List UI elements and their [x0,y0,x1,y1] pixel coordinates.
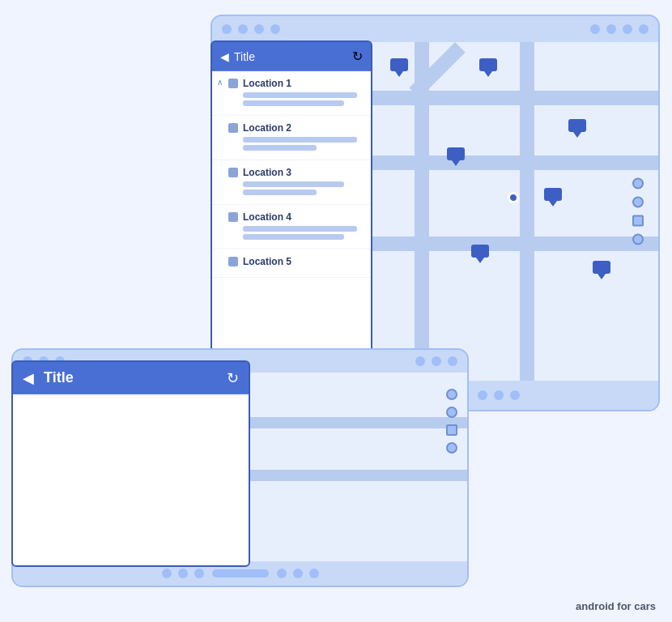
map-pin-6 [471,245,489,263]
ctrl-dot-1 [632,178,644,190]
map-pin-2 [479,58,497,77]
back-list-item-3[interactable]: Location 3 [212,160,371,205]
back-panel-list: ∧ Location 1 Location 2 Location 3 [212,71,371,355]
watermark-brand: android [576,600,615,612]
chrome-dot-3 [254,24,264,34]
item-bar-1b [243,100,344,106]
bottom-dots-right [478,390,520,400]
front-bottom-dot-5 [293,569,303,578]
pin-tail-3 [573,132,581,138]
bottom-dot-4 [478,390,487,400]
front-ctrl-dot-2 [446,407,457,418]
item-title-1: Location 1 [243,78,291,89]
item-header-1: Location 1 [228,78,363,89]
front-chrome-dot-5 [432,356,441,366]
pin-box-7 [593,261,610,274]
item-bar-1a [243,92,357,98]
ctrl-dot-2 [632,197,644,208]
back-list-item-4[interactable]: Location 4 [212,205,371,249]
map-pin-7 [593,261,610,279]
back-panel-title: Title [234,50,255,63]
front-panel-header: ◀ Title ↻ [13,362,249,394]
back-list-item-5[interactable]: Location 5 [212,249,371,278]
item-bar-3a [243,181,344,187]
item-checkbox-1[interactable] [228,79,238,88]
item-checkbox-5[interactable] [228,257,238,266]
item-checkbox-4[interactable] [228,212,238,222]
back-panel-header: ◀ Title ↻ [212,42,371,71]
front-bottom-dots-left [162,569,204,578]
back-list-item-2[interactable]: Location 2 [212,116,371,160]
front-panel-list: ∧ Location 1 Location 2 ∨ Location 3 [13,394,249,565]
front-panel-back-btn[interactable]: ◀ Title [23,369,74,387]
front-panel-title: Title [44,369,74,386]
back-card-chrome [212,16,658,42]
front-bottom-dot-6 [309,569,319,578]
item-title-3: Location 3 [243,167,291,178]
map-pin-5 [544,188,562,207]
item-header-2: Location 2 [228,122,363,134]
watermark-suffix: for cars [615,600,656,612]
back-side-panel: ◀ Title ↻ ∧ Location 1 Location 2 [211,40,372,356]
front-bottom-dot-3 [194,569,204,578]
front-side-panel: ◀ Title ↻ ∧ Location 1 Location 2 [11,360,250,567]
front-chrome-dot-4 [415,356,425,366]
front-chrome-dot-6 [448,356,457,366]
back-arrow-icon: ◀ [220,50,229,63]
map-pin-3 [568,119,586,138]
map-circle-1 [508,192,519,203]
pin-tail-2 [484,71,492,77]
item-header-4: Location 4 [228,211,363,223]
pin-box-4 [447,147,465,160]
collapse-icon-1: ∧ [217,78,223,87]
chrome-dots-left [222,24,280,34]
item-bar-4b [243,234,344,240]
pin-tail-5 [549,201,557,207]
back-list-item-1[interactable]: ∧ Location 1 [212,71,371,116]
pin-tail-4 [452,160,460,166]
chrome-dot-8 [639,24,649,34]
bottom-dot-5 [494,390,504,400]
chrome-dot-1 [222,24,232,34]
item-checkbox-2[interactable] [228,123,238,133]
item-header-3: Location 3 [228,167,363,178]
pin-box-6 [471,245,489,258]
front-panel-refresh-btn[interactable]: ↻ [227,369,239,387]
front-ctrl-square-1 [446,424,457,436]
front-bottom-pill [212,569,269,577]
item-header-5: Location 5 [228,256,363,267]
watermark: android for cars [576,600,656,612]
front-ctrl-dot-3 [446,442,457,454]
chrome-dot-6 [606,24,616,34]
pin-box-1 [390,58,408,71]
pin-box-5 [544,188,562,201]
front-bottom-dot-1 [162,569,172,578]
pin-tail-1 [395,71,403,77]
back-panel-refresh-btn[interactable]: ↻ [352,49,363,64]
item-title-5: Location 5 [243,256,291,267]
item-bar-3b [243,190,317,195]
ctrl-dot-3 [632,234,644,245]
chrome-dot-5 [590,24,600,34]
chrome-dots-right [590,24,649,34]
pin-box-2 [479,58,497,71]
pin-tail-7 [598,274,606,279]
road-v3 [520,42,534,381]
item-bar-2b [243,145,317,151]
item-bar-4a [243,226,357,232]
front-back-arrow-icon: ◀ [23,369,34,387]
front-ctrl-dot-1 [446,389,457,400]
bottom-dot-6 [510,390,520,400]
front-right-controls [446,389,457,454]
ctrl-square-1 [632,215,644,227]
item-bar-2a [243,137,357,143]
item-title-2: Location 2 [243,122,291,134]
item-checkbox-3[interactable] [228,168,238,177]
back-panel-back-btn[interactable]: ◀ Title [220,50,255,63]
back-card-right-controls [632,178,644,245]
chrome-dot-4 [270,24,280,34]
map-pin-4 [447,147,465,166]
map-pin-1 [390,58,408,77]
front-chrome-dots-right [415,356,457,366]
item-title-4: Location 4 [243,211,291,223]
